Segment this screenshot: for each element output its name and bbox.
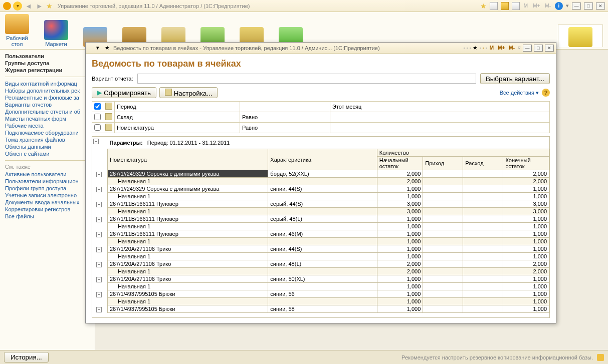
section-desktop[interactable]: Рабочий стол xyxy=(5,14,29,47)
sidebar-item[interactable]: Наборы дополнительных рек xyxy=(5,87,90,94)
filter-checkbox[interactable] xyxy=(94,124,101,131)
collapse-icon[interactable]: − xyxy=(96,232,102,237)
dropdown-icon[interactable]: ▾ xyxy=(13,2,22,11)
report-grid[interactable]: Параметры: Период: 01.12.2011 - 31.12.20… xyxy=(92,136,550,318)
report-row[interactable]: Начальная 11,0001,000 xyxy=(108,193,549,200)
sidebar-item[interactable]: Активные пользователи xyxy=(5,171,90,178)
report-row[interactable]: 267/1/4937/995105 Брюкисинии, 561,0001,0… xyxy=(108,290,549,298)
sidebar-item[interactable]: Обмен с сайтами xyxy=(5,150,90,157)
forward-icon[interactable]: ► xyxy=(35,2,44,10)
info-icon[interactable]: i xyxy=(555,2,563,10)
sidebar-item[interactable]: Все файлы xyxy=(5,213,90,220)
sidebar-item[interactable]: Пользователи информацион xyxy=(5,178,90,185)
calc-icon[interactable] xyxy=(490,2,498,10)
print-icon[interactable] xyxy=(467,48,468,49)
maximize-button[interactable]: □ xyxy=(584,3,593,10)
report-row[interactable]: 267/1/20А/271106 Трикосинии, 50(XL)1,000… xyxy=(108,275,549,283)
all-actions-link[interactable]: Все действия ▾ xyxy=(500,90,539,96)
report-row[interactable]: Начальная 11,0001,000 xyxy=(108,238,549,245)
collapse-icon[interactable]: − xyxy=(96,187,102,192)
filter-checkbox[interactable] xyxy=(94,114,101,120)
section-9[interactable] xyxy=(558,25,603,47)
report-row[interactable]: 267/1/20А/271106 Трикосинии, 44(S)1,0001… xyxy=(108,245,549,253)
favorite-icon[interactable]: ★ xyxy=(46,2,53,10)
collapse-icon[interactable]: − xyxy=(96,172,102,177)
modal-maximize-button[interactable]: □ xyxy=(534,45,543,52)
sidebar-item[interactable]: Регламентные и фоновые за xyxy=(5,94,90,101)
save-icon[interactable] xyxy=(464,48,465,49)
warning-icon[interactable] xyxy=(597,354,604,361)
sidebar-item[interactable]: Группы доступа xyxy=(5,60,90,67)
filter-row[interactable]: Период Этот месяц xyxy=(92,102,550,112)
history-button[interactable]: История... xyxy=(4,352,49,362)
sidebar-item[interactable]: Макеты печатных форм xyxy=(5,115,90,122)
calendar-icon[interactable] xyxy=(501,2,509,10)
close-button[interactable]: ✕ xyxy=(596,3,605,10)
variant-input[interactable] xyxy=(137,74,476,84)
calendar-icon[interactable] xyxy=(486,48,487,49)
m-minus-button[interactable]: M- xyxy=(544,3,552,9)
dropdown-icon[interactable]: ▾ xyxy=(96,45,103,52)
calc-icon[interactable] xyxy=(483,48,484,49)
report-row[interactable]: Начальная 11,0001,000 xyxy=(108,223,549,230)
report-row[interactable]: 267/1//249329 Сорочка с длинными рукаваб… xyxy=(108,170,549,178)
back-icon[interactable]: ◄ xyxy=(24,2,33,10)
filter-checkbox[interactable] xyxy=(94,103,101,110)
report-row[interactable]: Начальная 12,0002,000 xyxy=(108,268,549,275)
sidebar-item[interactable]: Виды контактной информац xyxy=(5,80,90,87)
sidebar-item[interactable]: Журнал регистрации xyxy=(5,67,90,74)
report-row[interactable]: 267/1/11В/166111 Пуловерсинии, 46(М)1,00… xyxy=(108,230,549,238)
collapse-icon[interactable]: − xyxy=(96,307,102,312)
choose-variant-button[interactable]: Выбрать вариант... xyxy=(480,73,550,84)
sidebar-item[interactable]: Пользователи xyxy=(5,53,90,60)
tool-icon[interactable] xyxy=(480,48,481,49)
m-minus-button[interactable]: M- xyxy=(508,45,516,51)
help-icon[interactable]: ? xyxy=(542,89,550,97)
star-icon[interactable]: ★ xyxy=(480,2,487,10)
sidebar-item[interactable]: Профили групп доступа xyxy=(5,185,90,192)
tool-icon[interactable] xyxy=(512,2,520,10)
sidebar-item[interactable]: Дополнительные отчеты и об xyxy=(5,108,90,115)
m-button[interactable]: M xyxy=(523,3,529,9)
collapse-icon[interactable]: − xyxy=(96,262,102,267)
sidebar-item[interactable]: Варианты отчетов xyxy=(5,101,90,108)
sidebar-item[interactable]: Документы ввода начальных xyxy=(5,199,90,206)
report-row[interactable]: 267/1//249329 Сорочка с длинными рукавас… xyxy=(108,185,549,193)
sidebar-item[interactable]: Тома хранения файлов xyxy=(5,136,90,143)
collapse-icon[interactable]: − xyxy=(96,277,102,282)
collapse-icon[interactable]: − xyxy=(96,217,102,222)
sidebar-item[interactable]: Подключаемое оборудовани xyxy=(5,129,90,136)
report-row[interactable]: Начальная 11,0001,000 xyxy=(108,298,549,305)
m-plus-button[interactable]: M+ xyxy=(497,45,506,51)
collapse-icon[interactable]: − xyxy=(96,202,102,207)
sidebar-item[interactable]: Учетные записи электронно xyxy=(5,192,90,199)
favorite-icon[interactable]: ★ xyxy=(105,45,110,51)
sidebar-item[interactable]: Рабочие места xyxy=(5,122,90,129)
preview-icon[interactable] xyxy=(470,48,471,49)
filter-row[interactable]: Номенклатура Равно xyxy=(92,123,550,133)
settings-button[interactable]: Настройка... xyxy=(159,87,218,98)
report-row[interactable]: Начальная 11,0001,000 xyxy=(108,253,549,260)
report-row[interactable]: Начальная 13,0003,000 xyxy=(108,208,549,215)
filter-row[interactable]: Склад Равно xyxy=(92,112,550,123)
m-plus-button[interactable]: M+ xyxy=(532,3,541,9)
sidebar-item[interactable]: Обмены данными xyxy=(5,143,90,150)
m-button[interactable]: M xyxy=(489,45,495,51)
report-row[interactable]: Начальная 11,0001,000 xyxy=(108,283,549,290)
section-marketing[interactable]: Маркети xyxy=(44,20,68,47)
variant-label: Вариант отчета: xyxy=(92,76,133,82)
modal-minimize-button[interactable]: — xyxy=(523,45,532,52)
star-icon[interactable]: ★ xyxy=(473,45,478,51)
report-row[interactable]: 267/1/11В/166111 Пуловерсерый, 44(S)3,00… xyxy=(108,200,549,208)
report-row[interactable]: 267/1/4937/995105 Брюкисинии, 581,0001,0… xyxy=(108,305,549,313)
report-row[interactable]: 267/1/11В/166111 Пуловерсерый, 48(L)1,00… xyxy=(108,215,549,223)
report-row[interactable]: 267/1/20А/271106 Трикосинии, 48(L)2,0002… xyxy=(108,260,549,268)
report-row[interactable]: Начальная 12,0002,000 xyxy=(108,178,549,185)
sidebar-item[interactable]: Корректировки регистров xyxy=(5,206,90,213)
form-report-button[interactable]: ▶Сформировать xyxy=(92,87,156,98)
collapse-icon[interactable]: − xyxy=(96,247,102,252)
minimize-button[interactable]: — xyxy=(572,3,581,10)
collapse-icon[interactable]: − xyxy=(93,139,99,144)
modal-close-button[interactable]: ✕ xyxy=(545,45,554,52)
collapse-icon[interactable]: − xyxy=(96,292,102,297)
